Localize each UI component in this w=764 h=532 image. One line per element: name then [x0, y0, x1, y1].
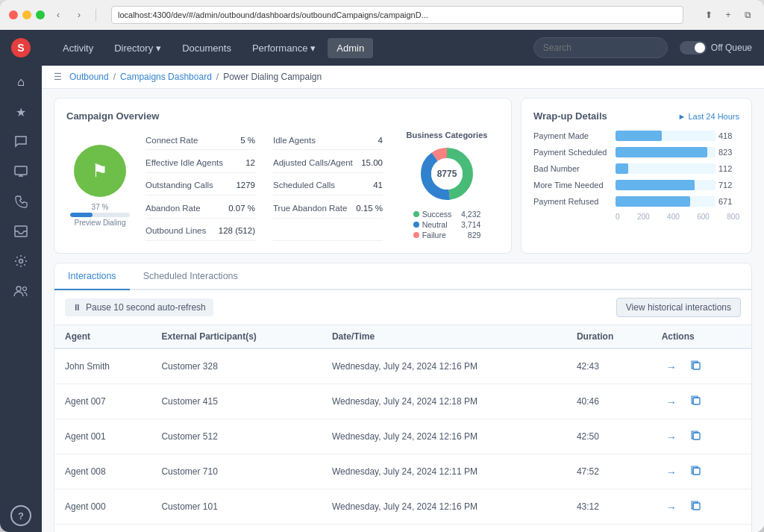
svg-rect-12: [693, 398, 700, 404]
cell-duration: 40:46: [566, 384, 651, 419]
menu-icon[interactable]: ☰: [54, 72, 62, 82]
nav-directory[interactable]: Directory ▾: [105, 38, 170, 58]
action-copy-button[interactable]: [686, 496, 706, 516]
legend-label: Neutral: [422, 220, 448, 229]
cell-agent: Agent 000: [54, 489, 151, 525]
table-row: Agent 001 Customer 512 Wednesday, July 2…: [54, 419, 751, 454]
donut-center-value: 8775: [437, 169, 457, 179]
url-text: localhost:4300/dev/#/admin/outbound/dash…: [118, 10, 428, 19]
wrapup-header: Wrap-up Details ► Last 24 Hours: [533, 110, 739, 122]
wrapup-bar-row: Bad Number112: [533, 163, 739, 174]
sidebar-icon-settings[interactable]: [7, 248, 34, 275]
minimize-button[interactable]: [22, 10, 31, 19]
nav-admin[interactable]: Admin: [328, 38, 373, 58]
donut-legend: Success4,232Neutral3,714Failure829: [413, 210, 481, 241]
sidebar-icon-screen[interactable]: [7, 158, 34, 185]
cell-duration: 42:32: [566, 525, 651, 533]
address-bar[interactable]: localhost:4300/dev/#/admin/outbound/dash…: [111, 6, 683, 24]
action-arrow-button[interactable]: →: [662, 357, 681, 377]
action-copy-button[interactable]: [686, 356, 706, 375]
action-arrow-button[interactable]: →: [662, 428, 681, 447]
breadcrumb-campaigns[interactable]: Campaigns Dashboard: [120, 72, 212, 82]
stat-label: Outstanding Calls: [145, 181, 213, 190]
wrapup-bar-value: 112: [718, 164, 739, 173]
campaign-circle: ⚑: [74, 145, 126, 197]
svg-point-6: [23, 287, 27, 291]
logo: S: [9, 36, 33, 60]
stat-label: Adjusted Calls/Agent: [273, 158, 353, 167]
sidebar-icon-home[interactable]: ⌂: [7, 69, 34, 96]
stat-row-left: Abandon Rate0.07 %: [145, 198, 255, 218]
table-body: John Smith Customer 328 Wednesday, July …: [54, 348, 751, 532]
cell-agent: Agent 202: [54, 525, 151, 533]
wrapup-bar-track: [616, 131, 716, 141]
tab-interactions[interactable]: Interactions: [54, 263, 130, 290]
svg-rect-13: [693, 433, 700, 439]
nav-activity[interactable]: Activity: [54, 38, 102, 58]
action-copy-button[interactable]: [686, 461, 706, 481]
column-header: Duration: [566, 325, 651, 348]
action-copy-button[interactable]: [686, 426, 706, 445]
action-arrow-button[interactable]: →: [662, 392, 681, 412]
nav-documents[interactable]: Documents: [173, 38, 240, 58]
legend-label: Success: [422, 210, 452, 219]
wrapup-bar-label: Bad Number: [533, 164, 616, 173]
action-arrow-button[interactable]: →: [662, 463, 681, 482]
cell-datetime: Wednesday, July 24, 2024 12:16 PM: [322, 419, 566, 454]
wrapup-bar-label: Payment Refused: [533, 197, 616, 206]
svg-text:S: S: [17, 42, 24, 54]
cell-participant: Customer 710: [151, 454, 321, 489]
svg-point-5: [16, 287, 21, 291]
bar-axis: 0 200 400 600 800: [533, 213, 739, 221]
maximize-button[interactable]: [36, 10, 45, 19]
tabs: InteractionsScheduled Interactions: [54, 263, 751, 290]
stat-row-right: Scheduled Calls41: [273, 176, 383, 195]
stat-label: Effective Idle Agents: [145, 158, 223, 167]
cell-actions: →: [651, 384, 751, 419]
action-copy-button[interactable]: [686, 391, 706, 410]
breadcrumb-sep2: /: [216, 72, 219, 82]
action-arrow-button[interactable]: →: [662, 498, 681, 517]
close-button[interactable]: [9, 10, 18, 19]
wrapup-bar-row: Payment Refused671: [533, 196, 739, 207]
breadcrumb-current: Power Dialing Campaign: [223, 72, 322, 82]
cell-actions: →: [651, 454, 751, 489]
share-button[interactable]: ⬆: [701, 7, 716, 22]
sidebar-icon-chat[interactable]: [7, 128, 34, 155]
queue-toggle[interactable]: [680, 41, 707, 54]
table-toolbar: ⏸ Pause 10 second auto-refresh View hist…: [54, 290, 751, 325]
breadcrumb-outbound[interactable]: Outbound: [69, 72, 109, 82]
legend-item: Neutral3,714: [413, 220, 481, 229]
legend-value: 3,714: [454, 220, 480, 229]
stat-value: 128 (512): [219, 226, 255, 235]
progress-label: 37 %: [70, 203, 130, 211]
legend-value: 4,232: [454, 210, 480, 219]
stat-row-left: Effective Idle Agents12: [145, 153, 255, 172]
top-nav: Activity Directory ▾ Documents Performan…: [42, 30, 764, 66]
new-tab-button[interactable]: +: [721, 7, 736, 22]
nav-performance[interactable]: Performance ▾: [243, 38, 325, 58]
sidebar-icon-help[interactable]: ?: [10, 505, 31, 526]
search-input[interactable]: [533, 37, 668, 58]
wrapup-bar-value: 823: [718, 148, 739, 157]
legend-dot: [413, 232, 419, 238]
sidebar-icon-star[interactable]: ★: [7, 98, 34, 125]
legend-item: Failure829: [413, 231, 481, 240]
view-historical-button[interactable]: View historical interactions: [616, 298, 741, 317]
sidebar-icon-phone[interactable]: [7, 188, 34, 215]
cell-datetime: Wednesday, July 24, 2024 12:16 PM: [322, 348, 566, 384]
sidebar-icon-inbox[interactable]: [7, 218, 34, 245]
cell-agent: John Smith: [54, 348, 151, 384]
pause-refresh-button[interactable]: ⏸ Pause 10 second auto-refresh: [65, 298, 213, 316]
wrapup-bar-value: 712: [718, 181, 739, 190]
wrapup-bar-track: [616, 147, 716, 157]
tab-scheduled-interactions[interactable]: Scheduled Interactions: [130, 263, 251, 290]
back-button[interactable]: ‹: [51, 7, 66, 22]
traffic-lights: [9, 10, 45, 19]
table-row: Agent 007 Customer 415 Wednesday, July 2…: [54, 384, 751, 419]
sidebar-icon-users[interactable]: [7, 278, 34, 304]
forward-button[interactable]: ›: [72, 7, 87, 22]
stat-value: 4: [378, 136, 383, 145]
copy-button[interactable]: ⧉: [740, 7, 755, 22]
stat-value: 0.15 %: [356, 204, 383, 213]
